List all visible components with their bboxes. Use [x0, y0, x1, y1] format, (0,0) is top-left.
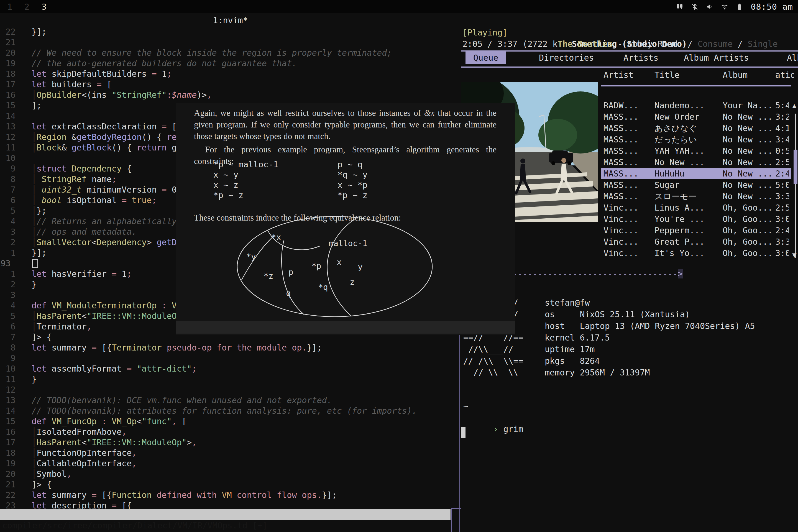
system-tray: 08:50 am [676, 2, 798, 12]
pdf-viewer[interactable]: Again, we might as well restrict ourselv… [176, 103, 515, 335]
code-line: 13// TODO(benvanik): DCE vm.func when un… [0, 395, 461, 406]
queue-row[interactable]: MASS...スローモーNo New ...3:37 [601, 191, 791, 202]
code-line: 12 [0, 385, 461, 395]
clock: 08:50 am [751, 2, 793, 12]
scrollbar-track[interactable] [795, 114, 796, 258]
flag-consume: Consume [698, 39, 733, 49]
fetch-info-line: kernel 6.17.5 [545, 332, 610, 344]
code-line: 20│Symbol, [0, 469, 461, 479]
code-line: 17let builders = [ [0, 79, 461, 90]
tab-queue[interactable]: Queue [466, 52, 506, 64]
pdf-statusbar: /home/stefan/texts/sav08:schwartzbach.pd… [176, 321, 515, 334]
queue-list[interactable]: RADW...Nandemo...Your Na...5:44MASS...Ne… [601, 100, 791, 259]
code-line: 8let summary = [{Terminator pseudo-op fo… [0, 342, 461, 353]
tab-artists[interactable]: Artists [624, 52, 658, 64]
column-duration: ation [775, 69, 794, 81]
equivalence-diagram: *x*y*zpqmalloc-1*pxy*qz [176, 214, 515, 320]
code-line: 11} [0, 374, 461, 385]
queue-row[interactable]: Vinc...Great P...Oh, Goo...3:36 [601, 236, 791, 247]
code-line: 14// TODO(benvanik): attributes for func… [0, 406, 461, 416]
tab-album-artists[interactable]: Album Artists [684, 52, 749, 64]
flag-single: Single [748, 39, 778, 49]
diagram-label: q [286, 288, 291, 298]
scroll-up-icon[interactable]: ▲ [792, 101, 797, 110]
code-line: 9 [0, 353, 461, 363]
queue-row[interactable]: Vinc...Linus A...Oh, Goo...2:58 [601, 202, 791, 213]
terminal-cursor [461, 427, 466, 438]
window-border-corner [451, 508, 461, 532]
diagram-label: p [288, 267, 293, 277]
code-line: 16│OpBuilder<(ins "StringRef":$name)>, [0, 90, 461, 100]
workspace-switcher: 123 [0, 2, 46, 12]
queue-row[interactable]: MASS...New OrderNo New ...3:27 [601, 111, 791, 122]
typed-command: grim [498, 424, 523, 434]
shell-prompt[interactable]: › grim [463, 415, 524, 443]
file-path: compiler/src/iree/compiler/Dialect/VM/IR… [2, 520, 267, 531]
queue-row[interactable]: MASS...HuHuHuNo New ...2:40 [601, 168, 791, 179]
code-line: 19// the auto-generated builders do not … [0, 58, 461, 69]
pdf-file-path: /home/stefan/texts/sav08:schwartzbach.pd… [179, 334, 385, 335]
fetch-info-line: uptime 17m [545, 344, 595, 355]
tab-directories[interactable]: Directories [539, 52, 594, 64]
queue-row[interactable]: MASS...No New ...No New ...2:59 [601, 156, 791, 168]
tab-alb[interactable]: Alb [787, 52, 798, 64]
queue-row[interactable]: RADW...Nandemo...Your Na...5:44 [601, 100, 791, 111]
code-line: 17│HasParent<"IREE::VM::ModuleOp">, [0, 437, 461, 448]
column-title: Title [654, 69, 723, 81]
workspace-3[interactable]: 3 [41, 2, 46, 12]
diagram-label: malloc-1 [329, 239, 367, 248]
header-underline [601, 86, 791, 87]
queue-header: Artist Title Album ation [601, 69, 797, 81]
prompt-arrow-icon: › [493, 424, 498, 434]
bluetooth-off-icon[interactable] [691, 3, 698, 10]
nvim-statusline: compiler/src/iree/compiler/Dialect/VM/IR… [0, 509, 451, 520]
queue-row[interactable]: MASS...だったらいNo New ...3:44 [601, 134, 791, 145]
code-line: 16│IsolatedFromAbove, [0, 427, 461, 437]
queue-row[interactable]: Vinc...Pepperm...Oh, Goo...2:40 [601, 225, 791, 236]
fetch-logo-line: // /\\ \\== [463, 355, 524, 367]
volume-icon[interactable] [706, 3, 713, 10]
wifi-icon[interactable] [721, 3, 728, 10]
diagram-label: z [350, 277, 355, 287]
battery-icon[interactable] [736, 3, 743, 10]
pdf-paragraph: Again, we might as well restrict ourselv… [194, 107, 496, 142]
workspace-1[interactable]: 1 [7, 2, 12, 12]
column-album: Album [723, 69, 775, 81]
queue-row[interactable]: Vinc...You're ...Oh, Goo...3:09 [601, 213, 791, 225]
queue-row[interactable]: MASS...YAH YAH...No New ...0:50 [601, 145, 791, 156]
tmux-window-title: 1:nvim* [0, 16, 461, 25]
code-line: 10let assemblyFormat = "attr-dict"; [0, 363, 461, 374]
artist-name: The Beatles [557, 39, 613, 49]
diagram-label: *q [318, 282, 328, 292]
code-line: 15def VM_FuncOp : VM_Op<"func", [ [0, 416, 461, 427]
diagram-label: *x [271, 232, 281, 242]
fetch-info-line: memory 2956M / 31397M [545, 367, 650, 379]
code-line: 21 [0, 37, 461, 48]
code-line: 22}]; [0, 26, 461, 37]
column-artist: Artist [604, 69, 654, 81]
code-line: 18let skipDefaultBuilders = 1; [0, 69, 461, 79]
code-line: 21]> { [0, 479, 461, 490]
editor-cursor [32, 259, 38, 268]
code-line: 22let summary = [{Function defined with … [0, 490, 461, 500]
workspace-2[interactable]: 2 [24, 2, 30, 12]
code-line: 19│CallableOpInterface, [0, 458, 461, 469]
constraints-block: *p ∼ malloc-1p ∼ qx ∼ y*q ∼ yx ∼ zx ∼ *p… [213, 159, 367, 200]
diagram-label: y [358, 262, 362, 271]
queue-row[interactable]: MASS...SugarNo New ...5:07 [601, 179, 791, 191]
player-tabs: QueueDirectoriesArtistsAlbum ArtistsAlb [461, 51, 798, 68]
track-time: 2:05 / 3:37 (2722 k [462, 39, 557, 49]
status-bar: 123 08:50 am [0, 0, 798, 13]
code-line: 18│FunctionOpInterface, [0, 448, 461, 458]
queue-row[interactable]: MASS...あさひなぐNo New ...4:19 [601, 122, 791, 134]
scrollbar-thumb[interactable] [794, 150, 797, 184]
fetch-logo-line: // \\ \\ [463, 367, 518, 379]
scroll-down-icon[interactable]: ▼ [792, 251, 797, 259]
desktop: 123 08:50 am 1:nvim* 22}];2120// [0, 0, 798, 532]
progress-head: > [678, 269, 683, 279]
player-status-line: [Playing] Something (Studio Demo) olume:… [461, 16, 798, 27]
fetch-info-line: os NixOS 25.11 (Xantusia) [545, 309, 690, 320]
earbuds-icon[interactable] [676, 3, 683, 10]
code-line: 20// We need to ensure the block inside … [0, 48, 461, 58]
diagram-label: *y [246, 252, 256, 261]
